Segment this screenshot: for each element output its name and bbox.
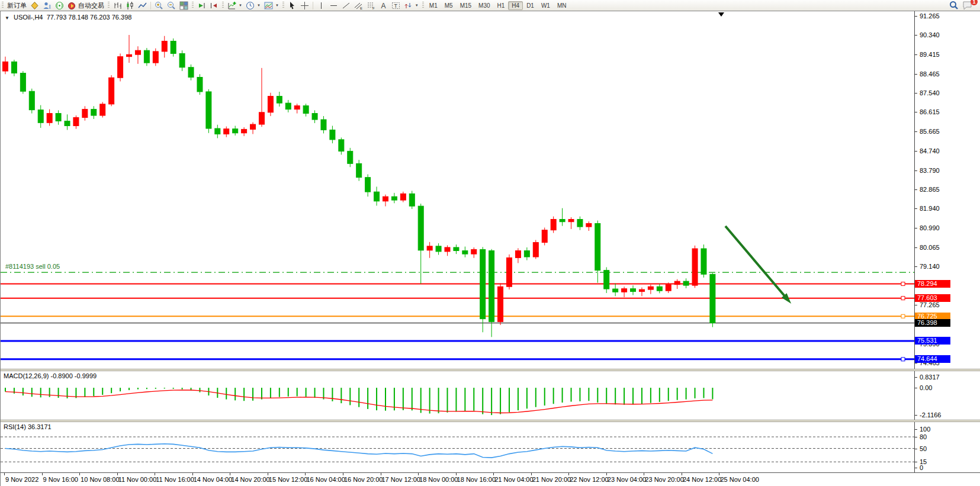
vertical-line-icon (317, 1, 326, 10)
text-label-button[interactable]: T (390, 1, 402, 10)
equidistant-channel-button[interactable]: E (352, 1, 365, 10)
macd-indicator-pane[interactable] (1, 371, 980, 420)
timeframe-button-m15[interactable]: M15 (457, 1, 475, 10)
time-axis-label: 16 Nov 20:00 (344, 476, 383, 483)
time-tick (719, 473, 719, 475)
horizontal-line-icon (329, 1, 338, 10)
timeframe-button-m5[interactable]: M5 (441, 1, 457, 10)
macd-label: MACD(12,26,9) -0.8900 -0.9999 (4, 372, 97, 379)
cursor-icon (288, 1, 297, 10)
template-icon (264, 1, 273, 10)
timeframe-button-h1[interactable]: H1 (494, 1, 509, 10)
svg-text:E: E (360, 7, 362, 10)
clock-icon (246, 1, 255, 10)
time-axis-label: 16 Nov 04:00 (306, 476, 345, 483)
macd-chart[interactable] (1, 371, 914, 420)
pane-splitter[interactable] (1, 420, 980, 422)
rsi-line (5, 444, 712, 458)
macd-axis-label: 0.8317 (915, 374, 940, 381)
time-axis-label: 18 Nov 16:00 (457, 476, 496, 483)
text-label-icon: T (391, 1, 400, 10)
auto-scroll-button[interactable] (195, 1, 208, 10)
trend-arrow (725, 226, 788, 300)
fibonacci-button[interactable]: F (365, 1, 377, 10)
time-axis-label: 22 Nov 12:00 (570, 476, 608, 483)
line-chart-button[interactable] (136, 1, 149, 10)
trendline-button[interactable] (340, 1, 352, 10)
chart-shift-button[interactable] (208, 1, 220, 10)
timeframe-button-d1[interactable]: D1 (523, 1, 538, 10)
chat-button[interactable]: 1 (960, 1, 974, 10)
timeframe-group: M1M5M15M30H1H4D1W1MN (426, 2, 570, 9)
price-tick-label: 87.540 (915, 89, 940, 96)
chevron-down-icon[interactable]: ▼ (239, 4, 242, 7)
time-axis-label: 21 Nov 20:00 (532, 476, 571, 483)
time-axis-label: 10 Nov 08:00 (81, 476, 119, 483)
zoom-in-button[interactable] (153, 1, 165, 10)
time-axis[interactable]: 9 Nov 20229 Nov 16:0010 Nov 08:0011 Nov … (1, 473, 980, 486)
timeframe-button-mn[interactable]: MN (554, 1, 570, 10)
ohlc-readout: 77.793 78.148 76.203 76.398 (47, 14, 132, 21)
timeframe-button-w1[interactable]: W1 (538, 1, 554, 10)
rsi-chart[interactable] (1, 422, 914, 472)
fibonacci-icon: F (367, 1, 375, 10)
add-indicator-button[interactable]: ▼ (226, 1, 244, 10)
line-handle (901, 297, 905, 300)
time-axis-label: 14 Nov 04:00 (194, 476, 232, 483)
tile-windows-button[interactable] (178, 1, 190, 10)
line-chart-icon (138, 1, 147, 10)
text-button[interactable]: A (377, 1, 390, 10)
timeframe-button-m30[interactable]: M30 (475, 1, 493, 10)
crosshair-button[interactable] (298, 1, 311, 10)
time-axis-label: 18 Nov 00:00 (419, 476, 458, 483)
toolbar-grip (422, 2, 424, 9)
horizontal-line-button[interactable] (327, 1, 340, 10)
chevron-down-icon[interactable]: ▼ (257, 4, 261, 7)
zoom-out-button[interactable] (165, 1, 178, 10)
time-tick (117, 473, 118, 475)
price-axis[interactable]: 91.26590.34089.41588.46587.54086.61585.6… (914, 11, 980, 473)
chevron-down-icon[interactable]: ▼ (275, 4, 279, 7)
chevron-down-icon[interactable]: ▼ (415, 4, 419, 7)
price-tick-label: 91.265 (915, 12, 940, 20)
toolbar-separator (313, 2, 313, 9)
pane-splitter[interactable] (1, 369, 980, 371)
symbol-title[interactable]: ▼ USOil-,H4 77.793 78.148 76.203 76.398 (5, 14, 131, 21)
profiles-button[interactable] (28, 1, 41, 10)
price-badge-77.603: 77.603 (915, 294, 950, 302)
time-tick (531, 473, 532, 475)
time-tick (568, 473, 569, 475)
cursor-button[interactable] (286, 1, 298, 10)
price-badge-78.294: 78.294 (915, 280, 950, 288)
candlestick-chart-button[interactable] (124, 1, 136, 10)
chart-shift-icon (210, 1, 219, 10)
time-axis-label: 17 Nov 12:00 (382, 476, 420, 483)
vertical-line-button[interactable] (315, 1, 327, 10)
price-badge-74.644: 74.644 (915, 355, 950, 363)
person-icon (43, 1, 52, 10)
time-axis-label: 24 Nov 12:00 (683, 476, 721, 483)
price-chart-pane[interactable]: ▼ USOil-,H4 77.793 78.148 76.203 76.398 … (1, 11, 980, 369)
candlestick-chart[interactable] (1, 11, 914, 369)
open-position-label: #8114193 sell 0.05 (5, 263, 60, 270)
line-handle (901, 358, 905, 361)
time-tick (305, 473, 306, 475)
time-axis-label: 23 Nov 04:00 (608, 476, 646, 483)
signals-button[interactable] (53, 1, 66, 10)
price-tick-label: 80.990 (915, 224, 940, 231)
rsi-indicator-pane[interactable] (1, 422, 980, 472)
search-button[interactable] (947, 1, 960, 10)
svg-text:T: T (394, 3, 397, 9)
market-watch-button[interactable] (41, 1, 53, 10)
bar-chart-button[interactable] (111, 1, 124, 10)
new-order-button[interactable]: 新订单 (5, 1, 28, 10)
chevron-down-icon[interactable]: ▼ (5, 15, 9, 21)
template-button[interactable]: ▼ (262, 1, 281, 10)
arrows-button[interactable]: ▼ (402, 1, 420, 10)
time-axis-border (1, 472, 980, 473)
period-button[interactable]: ▼ (244, 1, 262, 10)
timeframe-button-h4[interactable]: H4 (508, 1, 523, 10)
timeframe-button-m1[interactable]: M1 (426, 1, 441, 10)
auto-trading-button[interactable]: 自动交易 (66, 1, 106, 10)
macd-axis-label: -2.1166 (915, 411, 942, 419)
